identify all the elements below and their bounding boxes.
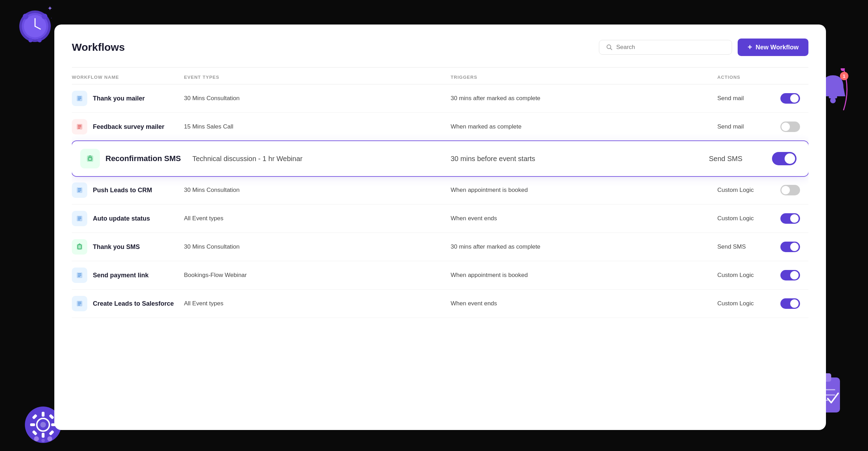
toggle-knob — [790, 94, 799, 103]
table-body: Thank you mailer 30 Mins Consultation 30… — [72, 84, 808, 318]
workflow-name-cell: Reconfirmation SMS — [80, 149, 192, 168]
toggle-switch[interactable] — [780, 93, 800, 104]
toggle-knob — [790, 214, 799, 223]
trigger: When marked as complete — [451, 123, 717, 130]
trigger: 30 mins after marked as complete — [451, 243, 717, 250]
search-input[interactable] — [616, 44, 725, 51]
workflow-name-cell: Feedback survey mailer — [72, 119, 184, 134]
table-row: Push Leads to CRM 30 Mins Consultation W… — [72, 176, 808, 204]
workflow-icon — [80, 149, 100, 168]
svg-text:1: 1 — [843, 74, 845, 79]
workflow-name-cell: Thank you SMS — [72, 239, 184, 255]
workflow-icon — [72, 296, 87, 311]
table-row: Create Leads to Salesforce All Event typ… — [72, 290, 808, 318]
workflow-name-cell: Send payment link — [72, 268, 184, 283]
workflow-name: Auto update status — [93, 215, 150, 222]
workflow-name: Push Leads to CRM — [93, 187, 152, 194]
search-box[interactable] — [599, 40, 732, 55]
col-header-event-types: EVENT TYPES — [184, 75, 451, 80]
workflow-name-cell: Thank you mailer — [72, 91, 184, 106]
workflow-name: Thank you SMS — [93, 243, 140, 251]
action: Custom Logic — [717, 187, 780, 194]
table-header: WORKFLOW NAME EVENT TYPES TRIGGERS ACTIO… — [72, 75, 808, 84]
trigger: 30 mins after marked as complete — [451, 95, 717, 102]
svg-text:·: · — [51, 15, 52, 20]
workflow-name: Thank you mailer — [93, 95, 145, 102]
toggle-knob — [781, 123, 790, 131]
workflow-icon — [72, 268, 87, 283]
workflow-icon — [72, 182, 87, 198]
svg-rect-39 — [87, 155, 93, 162]
action: Custom Logic — [717, 272, 780, 279]
workflow-name-cell: Create Leads to Salesforce — [72, 296, 184, 311]
search-icon — [606, 44, 613, 50]
svg-text:✦: ✦ — [47, 5, 53, 12]
action: Custom Logic — [717, 300, 780, 307]
svg-point-13 — [830, 98, 836, 103]
plus-icon: + — [747, 43, 752, 52]
toggle-knob — [790, 271, 799, 279]
svg-point-8 — [37, 38, 42, 42]
col-header-toggle — [780, 75, 808, 80]
svg-rect-23 — [42, 412, 45, 417]
svg-point-6 — [42, 14, 47, 19]
action: Send SMS — [717, 243, 780, 250]
trigger: When appointment is booked — [451, 187, 717, 194]
workflow-name-cell: Push Leads to CRM — [72, 182, 184, 198]
trigger: When appointment is booked — [451, 272, 717, 279]
svg-point-5 — [23, 14, 28, 19]
event-type: 30 Mins Consultation — [184, 95, 451, 102]
event-type: All Event types — [184, 215, 451, 222]
table-row: Auto update status All Event types When … — [72, 204, 808, 233]
main-card: Workflows + New Workflow WORKFLOW NAME E… — [54, 25, 826, 430]
trigger: When event ends — [451, 215, 717, 222]
table-row: Send payment link Bookings-Flow Webinar … — [72, 261, 808, 290]
action: Send mail — [717, 123, 780, 130]
event-type: 15 Mins Sales Call — [184, 123, 451, 130]
toggle-switch[interactable] — [780, 298, 800, 309]
svg-point-33 — [41, 439, 45, 442]
new-workflow-button[interactable]: + New Workflow — [738, 39, 808, 56]
svg-point-34 — [47, 436, 52, 441]
header: Workflows + New Workflow — [72, 39, 808, 56]
page-title: Workflows — [72, 41, 125, 53]
trigger: When event ends — [451, 300, 717, 307]
workflow-name: Feedback survey mailer — [93, 123, 164, 131]
workflow-name: Create Leads to Salesforce — [93, 300, 174, 307]
svg-point-32 — [34, 436, 39, 441]
workflow-icon — [72, 119, 87, 134]
workflow-icon — [72, 239, 87, 255]
new-workflow-label: New Workflow — [756, 44, 799, 51]
toggle-switch[interactable] — [772, 152, 797, 165]
action: Send SMS — [709, 155, 772, 163]
workflow-icon — [72, 91, 87, 106]
table-row: Feedback survey mailer 15 Mins Sales Cal… — [72, 113, 808, 141]
trigger: 30 mins before event starts — [451, 155, 709, 163]
event-type: 30 Mins Consultation — [184, 187, 451, 194]
workflow-name: Reconfirmation SMS — [105, 154, 181, 163]
toggle-knob — [785, 153, 795, 164]
workflow-icon — [72, 211, 87, 226]
toggle-switch[interactable] — [780, 185, 800, 195]
col-header-actions: ACTIONS — [717, 75, 780, 80]
toggle-switch[interactable] — [780, 213, 800, 224]
action: Custom Logic — [717, 215, 780, 222]
event-type: 30 Mins Consultation — [184, 243, 451, 250]
svg-rect-25 — [30, 423, 35, 426]
svg-rect-24 — [42, 433, 45, 438]
workflow-name-cell: Auto update status — [72, 211, 184, 226]
toggle-knob — [790, 299, 799, 308]
toggle-switch[interactable] — [780, 242, 800, 252]
workflow-name: Send payment link — [93, 272, 149, 279]
action: Send mail — [717, 95, 780, 102]
svg-point-31 — [40, 422, 46, 428]
svg-point-7 — [28, 38, 33, 42]
toggle-knob — [790, 243, 799, 251]
col-header-triggers: TRIGGERS — [451, 75, 717, 80]
event-type: Technical discussion - 1 hr Webinar — [192, 155, 451, 163]
toggle-switch[interactable] — [780, 270, 800, 280]
event-type: All Event types — [184, 300, 451, 307]
toggle-switch[interactable] — [780, 122, 800, 132]
table-row: Thank you SMS 30 Mins Consultation 30 mi… — [72, 233, 808, 261]
svg-line-36 — [610, 48, 612, 50]
